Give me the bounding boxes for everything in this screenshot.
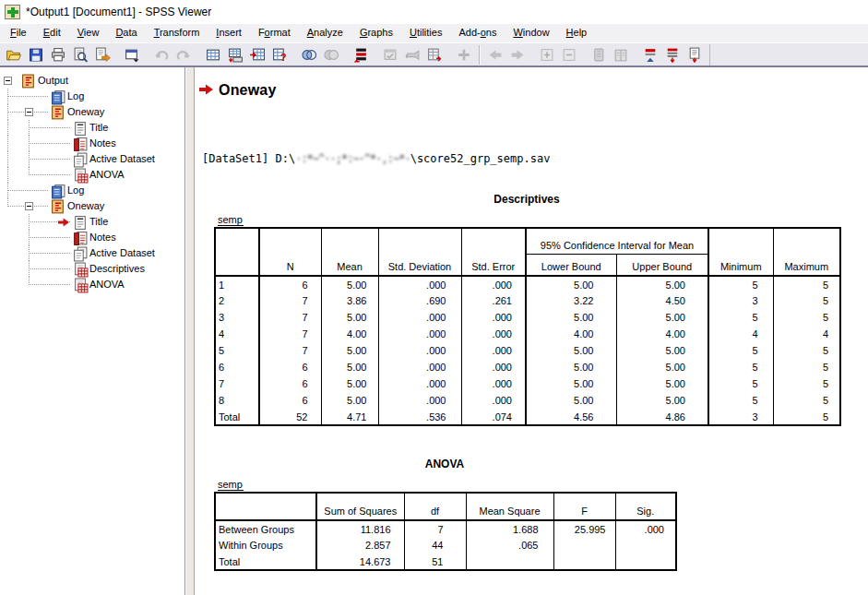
tree-item-label: Notes bbox=[89, 137, 116, 149]
collapse-expand-box[interactable] bbox=[4, 77, 12, 85]
promote-button[interactable] bbox=[484, 44, 506, 65]
tree-item-log[interactable]: Log bbox=[2, 183, 184, 198]
cell: .000 bbox=[378, 392, 461, 409]
cell: 5 bbox=[708, 375, 773, 392]
tree-item-anova[interactable]: ANOVA bbox=[2, 277, 184, 292]
variable-info-button[interactable]: ? bbox=[268, 44, 291, 65]
anova-table[interactable]: Sum of SquaresdfMean SquareFSig.Between … bbox=[214, 492, 868, 571]
menu-insert[interactable]: Insert bbox=[208, 24, 250, 42]
menu-view[interactable]: View bbox=[69, 24, 108, 42]
cell: 11.816 bbox=[316, 520, 404, 537]
show-button[interactable] bbox=[588, 44, 610, 65]
tree-guide-line bbox=[7, 151, 8, 167]
demote-button[interactable] bbox=[506, 44, 529, 65]
use-variable-sets-button[interactable] bbox=[298, 44, 320, 65]
insert-object-button[interactable] bbox=[453, 44, 475, 65]
row-label: 4 bbox=[215, 326, 259, 342]
toolbar-filler bbox=[709, 44, 868, 65]
pane-splitter[interactable] bbox=[185, 67, 195, 595]
goto-case-button[interactable] bbox=[224, 44, 246, 65]
header-blank bbox=[215, 493, 316, 520]
table-row: Within Groups2.85744.065 bbox=[215, 537, 676, 553]
print-button[interactable] bbox=[47, 44, 69, 65]
goto-variable-button[interactable] bbox=[246, 44, 268, 65]
goto-output-button[interactable] bbox=[423, 44, 446, 65]
menu-utilities[interactable]: Utilities bbox=[401, 24, 450, 42]
tree-item-title[interactable]: Title bbox=[2, 214, 184, 230]
hide-button[interactable] bbox=[610, 44, 632, 65]
designate-window-button[interactable] bbox=[379, 44, 401, 65]
undo-button[interactable] bbox=[150, 44, 172, 65]
tree-item-anova[interactable]: ANOVA bbox=[2, 167, 184, 183]
tree-item-title[interactable]: Title bbox=[2, 120, 184, 136]
col-header: Mean bbox=[321, 228, 378, 276]
tree-item-label: Descriptives bbox=[89, 263, 145, 274]
menu-graphs[interactable]: Graphs bbox=[351, 24, 401, 42]
menu-help[interactable]: Help bbox=[558, 24, 596, 42]
cell: 5 bbox=[773, 409, 840, 425]
menu-analyze[interactable]: Analyze bbox=[299, 24, 351, 42]
print-preview-button[interactable] bbox=[69, 44, 91, 65]
current-item-arrow-icon bbox=[199, 82, 213, 99]
tree-item-output[interactable]: Output bbox=[2, 73, 184, 89]
row-label: 2 bbox=[215, 292, 259, 309]
tree-item-notes[interactable]: Notes bbox=[2, 136, 184, 151]
row-label: 1 bbox=[215, 276, 259, 292]
tree-item-oneway[interactable]: Oneway bbox=[2, 104, 184, 120]
cell: 25.995 bbox=[553, 520, 615, 537]
redo-button[interactable] bbox=[172, 44, 195, 65]
menu-format[interactable]: Format bbox=[250, 24, 299, 42]
menu-transform[interactable]: Transform bbox=[146, 24, 208, 42]
menu-file[interactable]: File bbox=[2, 24, 35, 42]
insert-object-icon bbox=[456, 47, 472, 63]
tree-item-log[interactable]: Log bbox=[2, 89, 184, 104]
hide-icon bbox=[612, 47, 629, 63]
tree-connector-line bbox=[29, 159, 70, 160]
tree-item-active-dataset[interactable]: Active Dataset bbox=[2, 245, 184, 261]
col-header: Upper Bound bbox=[616, 254, 708, 276]
insert-heading-button[interactable] bbox=[661, 44, 684, 65]
show-navigator-button[interactable] bbox=[401, 44, 423, 65]
collapse-expand-box[interactable] bbox=[25, 202, 33, 210]
cell: .000 bbox=[378, 276, 461, 292]
ci-group-header: 95% Confidence Interval for Mean bbox=[526, 228, 708, 254]
descriptives-title: Descriptives bbox=[214, 193, 839, 206]
tree-item-oneway[interactable]: Oneway bbox=[2, 198, 184, 214]
row-label: 5 bbox=[215, 342, 259, 359]
cell bbox=[615, 553, 676, 570]
expand-button[interactable] bbox=[536, 44, 558, 65]
designate-window-icon bbox=[382, 47, 398, 63]
tree-item-active-dataset[interactable]: Active Dataset bbox=[2, 151, 184, 167]
tree-item-label: Title bbox=[89, 216, 108, 227]
menu-window[interactable]: Window bbox=[505, 24, 557, 42]
menu-edit[interactable]: Edit bbox=[35, 24, 69, 42]
descriptives-table[interactable]: NMeanStd. DeviationStd. Error95% Confide… bbox=[214, 227, 868, 426]
row-label: Total bbox=[215, 553, 316, 570]
cell: 4.71 bbox=[321, 409, 378, 425]
use-all-variables-button[interactable] bbox=[320, 44, 342, 65]
col-header: F bbox=[553, 493, 615, 520]
select-last-output-button[interactable] bbox=[350, 44, 372, 65]
cell: 5 bbox=[773, 375, 840, 392]
collapse-button[interactable] bbox=[558, 44, 580, 65]
svg-text:?: ? bbox=[280, 51, 286, 62]
tree-item-notes[interactable]: Notes bbox=[2, 230, 184, 245]
save-button[interactable] bbox=[25, 44, 47, 65]
export-output-button[interactable] bbox=[91, 44, 113, 65]
col-header: Mean Square bbox=[466, 493, 553, 520]
menu-add-ons[interactable]: Add-ons bbox=[450, 24, 505, 42]
goto-data-button[interactable] bbox=[202, 44, 224, 65]
recall-dialogs-button[interactable] bbox=[121, 44, 143, 65]
insert-text-button[interactable] bbox=[684, 44, 706, 65]
window-title: *Output1 [Document1] - SPSS Viewer bbox=[26, 6, 211, 18]
goto-case-icon bbox=[227, 47, 244, 63]
tree-item-descriptives[interactable]: Descriptives bbox=[2, 261, 184, 277]
collapse-expand-box[interactable] bbox=[25, 108, 33, 116]
goto-variable-icon bbox=[249, 47, 266, 63]
open-file-button[interactable] bbox=[3, 44, 25, 65]
table-row: 665.00.000.0005.005.0055 bbox=[215, 359, 840, 375]
tree-item-label: Oneway bbox=[67, 200, 104, 211]
outline-collapse-button[interactable] bbox=[639, 44, 661, 65]
menu-data[interactable]: Data bbox=[107, 24, 145, 42]
row-label: 6 bbox=[215, 359, 259, 375]
